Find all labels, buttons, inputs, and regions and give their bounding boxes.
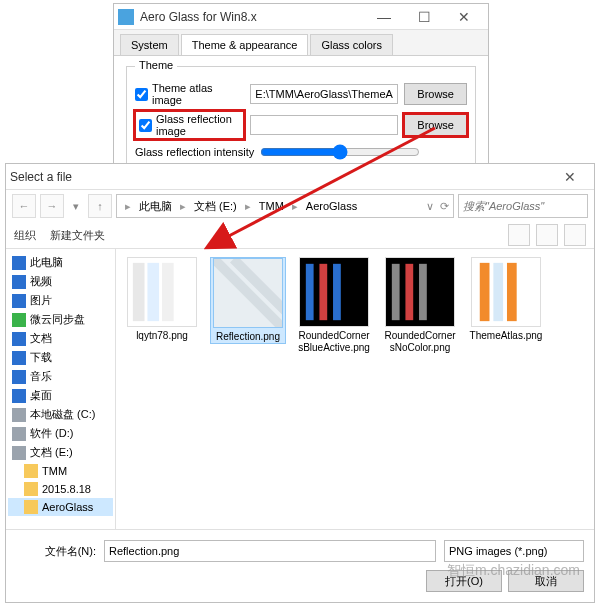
tree-item-label: TMM	[42, 465, 67, 477]
tree-item[interactable]: 视频	[8, 272, 113, 291]
crumb-sep: ▸	[176, 200, 190, 213]
tree-item-label: 桌面	[30, 388, 52, 403]
tree-item-label: 音乐	[30, 369, 52, 384]
intensity-slider[interactable]	[260, 144, 420, 160]
filename-input[interactable]	[104, 540, 436, 562]
close-button[interactable]: ✕	[444, 7, 484, 27]
tab-glass-colors[interactable]: Glass colors	[310, 34, 393, 55]
tree-item[interactable]: 微云同步盘	[8, 310, 113, 329]
file-thumbnail	[127, 257, 197, 327]
svg-rect-2	[147, 263, 159, 321]
reflection-input[interactable]	[250, 115, 398, 135]
file-item[interactable]: Reflection.png	[210, 257, 286, 344]
help-button[interactable]	[564, 224, 586, 246]
tree-item[interactable]: 音乐	[8, 367, 113, 386]
crumb-tmm[interactable]: TMM	[255, 200, 288, 212]
minimize-button[interactable]: —	[364, 7, 404, 27]
atlas-label-text: Theme atlas image	[152, 82, 244, 106]
folder-icon	[24, 482, 38, 496]
tree-item-label: 视频	[30, 274, 52, 289]
settings-window: Aero Glass for Win8.x — ☐ ✕ System Theme…	[113, 3, 489, 181]
pc-icon	[12, 256, 26, 270]
address-refresh-icon[interactable]: ⟳	[440, 200, 449, 213]
filter-select[interactable]	[444, 540, 584, 562]
view-button[interactable]	[508, 224, 530, 246]
tree-item[interactable]: 桌面	[8, 386, 113, 405]
atlas-checkbox[interactable]	[135, 88, 148, 101]
maximize-button[interactable]: ☐	[404, 7, 444, 27]
atlas-checkbox-label[interactable]: Theme atlas image	[135, 82, 244, 106]
tree-item[interactable]: 此电脑	[8, 253, 113, 272]
vid-icon	[12, 275, 26, 289]
search-input[interactable]	[458, 194, 588, 218]
nav-history-button[interactable]: ▾	[68, 194, 84, 218]
file-dialog-titlebar: Select a file ✕	[6, 164, 594, 190]
open-button[interactable]: 打开(O)	[426, 570, 502, 592]
tree-item[interactable]: 图片	[8, 291, 113, 310]
settings-titlebar: Aero Glass for Win8.x — ☐ ✕	[114, 4, 488, 30]
drive-icon	[12, 446, 26, 460]
file-content: 此电脑视频图片微云同步盘文档下载音乐桌面本地磁盘 (C:)软件 (D:)文档 (…	[6, 248, 594, 529]
tree-item[interactable]: AeroGlass	[8, 498, 113, 516]
reflection-checkbox[interactable]	[139, 119, 152, 132]
file-grid[interactable]: lqytn78.pngReflection.pngRoundedCornersB…	[116, 249, 594, 529]
file-close-button[interactable]: ✕	[550, 167, 590, 187]
tree-item-label: 图片	[30, 293, 52, 308]
file-item[interactable]: ThemeAtlas.png	[468, 257, 544, 342]
svg-rect-17	[493, 263, 503, 321]
crumb-pc[interactable]: 此电脑	[135, 199, 176, 214]
folder-tree[interactable]: 此电脑视频图片微云同步盘文档下载音乐桌面本地磁盘 (C:)软件 (D:)文档 (…	[6, 249, 116, 529]
folder-icon	[24, 464, 38, 478]
file-name: Reflection.png	[211, 331, 285, 343]
folder-icon	[24, 500, 38, 514]
nav-forward-button[interactable]: →	[40, 194, 64, 218]
file-item[interactable]: RoundedCornersBlueActive.png	[296, 257, 372, 353]
settings-tabs: System Theme & appearance Glass colors	[114, 30, 488, 56]
nav-back-button[interactable]: ←	[12, 194, 36, 218]
filename-label: 文件名(N):	[16, 544, 96, 559]
address-bar[interactable]: ▸ 此电脑 ▸ 文档 (E:) ▸ TMM ▸ AeroGlass ∨ ⟳	[116, 194, 454, 218]
reflection-checkbox-label[interactable]: Glass reflection image	[135, 111, 244, 139]
nav-up-button[interactable]: ↑	[88, 194, 112, 218]
svg-rect-1	[133, 263, 145, 321]
crumb-e[interactable]: 文档 (E:)	[190, 199, 241, 214]
tree-item-label: 2015.8.18	[42, 483, 91, 495]
cancel-button[interactable]: 取消	[508, 570, 584, 592]
file-name: RoundedCornersNoColor.png	[382, 330, 458, 353]
organize-button[interactable]: 组织	[14, 228, 36, 243]
address-chevron-icon[interactable]: ∨	[426, 200, 434, 213]
crumb-aeroglass[interactable]: AeroGlass	[302, 200, 361, 212]
preview-button[interactable]	[536, 224, 558, 246]
tree-item-label: 下载	[30, 350, 52, 365]
tree-item[interactable]: 软件 (D:)	[8, 424, 113, 443]
reflection-browse-button[interactable]: Browse	[404, 114, 467, 136]
svg-rect-9	[319, 264, 327, 320]
settings-pane: Theme Theme atlas image Browse Glass ref…	[114, 56, 488, 180]
file-item[interactable]: RoundedCornersNoColor.png	[382, 257, 458, 353]
reflection-label-text: Glass reflection image	[156, 113, 240, 137]
atlas-browse-button[interactable]: Browse	[404, 83, 467, 105]
tree-item-label: 软件 (D:)	[30, 426, 73, 441]
svg-rect-18	[507, 263, 517, 321]
tree-item[interactable]: TMM	[8, 462, 113, 480]
tree-item[interactable]: 文档	[8, 329, 113, 348]
svg-rect-13	[405, 264, 413, 320]
tree-item[interactable]: 下载	[8, 348, 113, 367]
tree-item[interactable]: 文档 (E:)	[8, 443, 113, 462]
tree-item-label: 文档	[30, 331, 52, 346]
file-item[interactable]: lqytn78.png	[124, 257, 200, 342]
tree-item-label: 文档 (E:)	[30, 445, 73, 460]
svg-rect-14	[419, 264, 427, 320]
tree-item[interactable]: 2015.8.18	[8, 480, 113, 498]
tab-system[interactable]: System	[120, 34, 179, 55]
atlas-input[interactable]	[250, 84, 398, 104]
tree-item-label: 此电脑	[30, 255, 63, 270]
tree-item[interactable]: 本地磁盘 (C:)	[8, 405, 113, 424]
settings-title: Aero Glass for Win8.x	[140, 10, 364, 24]
tree-item-label: AeroGlass	[42, 501, 93, 513]
app-icon	[118, 9, 134, 25]
drive-icon	[12, 408, 26, 422]
doc-icon	[12, 332, 26, 346]
new-folder-button[interactable]: 新建文件夹	[50, 228, 105, 243]
tab-theme-appearance[interactable]: Theme & appearance	[181, 34, 309, 55]
